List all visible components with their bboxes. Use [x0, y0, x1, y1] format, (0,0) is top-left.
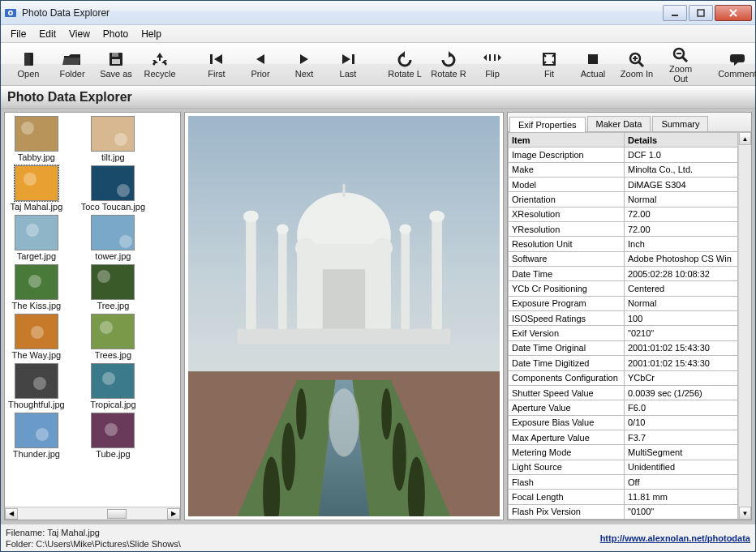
exif-row[interactable]: Aperture ValueF6.0 — [509, 400, 738, 415]
svg-point-57 — [277, 224, 289, 234]
exif-value-cell: YCbCr — [624, 370, 737, 385]
exif-row[interactable]: ISOSpeed Ratings100 — [509, 311, 738, 326]
thumbnail-label: Thoughtful.jpg — [8, 400, 65, 409]
folder-button[interactable]: Folder — [53, 50, 92, 79]
exif-scrollbar[interactable]: ▲ ▼ — [738, 132, 751, 520]
svg-point-64 — [381, 388, 392, 439]
scroll-up-button[interactable]: ▲ — [739, 132, 751, 145]
last-button[interactable]: Last — [329, 50, 367, 79]
exif-row[interactable]: FlashOff — [509, 474, 738, 489]
scroll-thumb[interactable] — [107, 509, 127, 519]
exif-value-cell: Adobe Photoshop CS Win — [624, 251, 737, 266]
thumbnail-item[interactable]: Thunder.jpg — [13, 413, 60, 459]
thumbnail-item[interactable]: Target.jpg — [15, 215, 58, 261]
exif-row[interactable]: Date Time Original2001:01:02 15:43:30 — [509, 340, 738, 355]
exif-row[interactable]: Focal Length11.81 mm — [509, 490, 738, 504]
exif-table[interactable]: ItemDetails Image DescriptionDCF 1.0Make… — [508, 132, 738, 520]
exif-row[interactable]: Light SourceUnidentified — [509, 460, 738, 474]
exif-row[interactable]: Exposure ProgramNormal — [509, 296, 738, 310]
thumbnail-item[interactable]: tilt.jpg — [91, 116, 135, 162]
exif-row[interactable]: Date Time2005:02:28 10:08:32 — [509, 267, 738, 281]
menu-file[interactable]: File — [4, 27, 32, 41]
thumbnail-item[interactable]: Tube.jpg — [91, 413, 135, 459]
scroll-right-button[interactable]: ▶ — [167, 508, 180, 520]
exif-row[interactable]: OrientationNormal — [509, 192, 738, 207]
svg-rect-56 — [278, 231, 287, 333]
exif-row[interactable]: XResolution72.00 — [509, 207, 738, 221]
preview-panel — [184, 112, 504, 520]
exif-header-item[interactable]: Item — [509, 133, 625, 148]
exif-row[interactable]: Image DescriptionDCF 1.0 — [509, 148, 738, 162]
thumbnail-item[interactable]: Tree.jpg — [91, 264, 135, 310]
next-icon — [293, 50, 316, 68]
exif-row[interactable]: Exposure Bias Value0/10 — [509, 415, 738, 430]
scroll-left-button[interactable]: ◀ — [5, 508, 18, 520]
exif-header-details[interactable]: Details — [624, 133, 737, 148]
exif-row[interactable]: YResolution72.00 — [509, 222, 738, 237]
exif-row[interactable]: Components ConfigurationYCbCr — [509, 370, 738, 385]
thumbnail-item[interactable]: The Way.jpg — [12, 314, 62, 360]
thumbnail-item[interactable]: Trees.jpg — [91, 314, 135, 360]
svg-point-29 — [36, 428, 49, 441]
exif-item-cell: Exposure Bias Value — [509, 415, 625, 430]
saveas-button[interactable]: Save as — [97, 50, 135, 79]
website-link[interactable]: http://www.alexnolan.net/photodata — [600, 533, 750, 543]
exif-row[interactable]: Metering ModeMultiSegment — [509, 445, 738, 460]
exif-item-cell: ISOSpeed Ratings — [509, 311, 625, 326]
fit-button[interactable]: Fit — [530, 45, 569, 83]
rotate-left-button[interactable]: Rotate L — [385, 50, 424, 79]
svg-rect-51 — [323, 269, 366, 329]
exif-row[interactable]: Max Aperture ValueF3.7 — [509, 430, 738, 444]
exif-row[interactable]: Resolution UnitInch — [509, 237, 738, 251]
close-button[interactable] — [715, 5, 752, 21]
scroll-track[interactable] — [739, 145, 751, 507]
thumbnail-item[interactable]: Toco Toucan.jpg — [81, 165, 145, 212]
scroll-down-button[interactable]: ▼ — [739, 507, 751, 520]
thumbnail-grid[interactable]: Tabby.jpgTaj Mahal.jpgTarget.jpgThe Kiss… — [5, 113, 180, 507]
recycle-button[interactable]: Recycle — [140, 50, 179, 79]
rotate-right-button[interactable]: Rotate R — [429, 50, 468, 79]
tab-exif-properties[interactable]: Exif Properties — [509, 117, 586, 132]
thumbnail-item[interactable]: Tropical.jpg — [90, 363, 135, 409]
svg-rect-18 — [15, 165, 58, 201]
zoomout-button[interactable]: Zoom Out — [661, 45, 700, 83]
menu-view[interactable]: View — [62, 27, 97, 41]
svg-point-17 — [21, 122, 34, 135]
flip-button[interactable]: Flip — [473, 50, 512, 79]
thumbnail-item[interactable]: tower.jpg — [91, 215, 135, 261]
exif-row[interactable]: Flash Pix Version"0100" — [509, 504, 738, 519]
menu-edit[interactable]: Edit — [32, 27, 62, 41]
thumbnail-item[interactable]: Tabby.jpg — [15, 116, 58, 162]
minimize-button[interactable] — [663, 5, 687, 21]
thumbnail-scrollbar[interactable]: ◀ ▶ — [5, 507, 180, 520]
exif-row[interactable]: YCb Cr PositioningCentered — [509, 281, 738, 296]
tab-maker-data[interactable]: Maker Data — [587, 116, 651, 131]
exif-row[interactable]: Date Time Digitized2001:01:02 15:43:30 — [509, 356, 738, 370]
menu-help[interactable]: Help — [135, 27, 168, 41]
comment-button[interactable]: Comment — [718, 50, 756, 79]
exif-row[interactable]: SoftwareAdobe Photoshop CS Win — [509, 251, 738, 266]
first-button[interactable]: First — [197, 50, 236, 79]
thumbnail-label: Tube.jpg — [96, 449, 130, 459]
svg-rect-38 — [92, 314, 134, 349]
open-button[interactable]: Open — [9, 50, 48, 79]
zoomin-button[interactable]: Zoom In — [617, 45, 656, 83]
scroll-track[interactable] — [18, 508, 167, 520]
exif-row[interactable]: ModelDiMAGE S304 — [509, 178, 738, 192]
thumbnail-item[interactable]: Thoughtful.jpg — [8, 363, 65, 409]
exif-row[interactable]: MakeMinolta Co., Ltd. — [509, 162, 738, 177]
tab-summary[interactable]: Summary — [652, 116, 708, 131]
actual-button[interactable]: Actual — [573, 45, 612, 83]
maximize-button[interactable] — [689, 5, 713, 21]
title-bar[interactable]: Photo Data Explorer — [1, 1, 755, 25]
exif-value-cell: 2001:01:02 15:43:30 — [624, 340, 737, 355]
exif-row[interactable]: Exif Version"0210" — [509, 326, 738, 340]
thumbnail-item[interactable]: Taj Mahal.jpg — [10, 165, 62, 212]
next-button[interactable]: Next — [285, 50, 324, 79]
thumbnail-item[interactable]: The Kiss.jpg — [12, 264, 62, 310]
exif-row[interactable]: Shutter Speed Value0.0039 sec (1/256) — [509, 385, 738, 400]
menu-photo[interactable]: Photo — [97, 27, 135, 41]
preview-image[interactable] — [188, 116, 500, 516]
thumbnail-image — [15, 264, 58, 300]
prior-button[interactable]: Prior — [241, 50, 280, 79]
